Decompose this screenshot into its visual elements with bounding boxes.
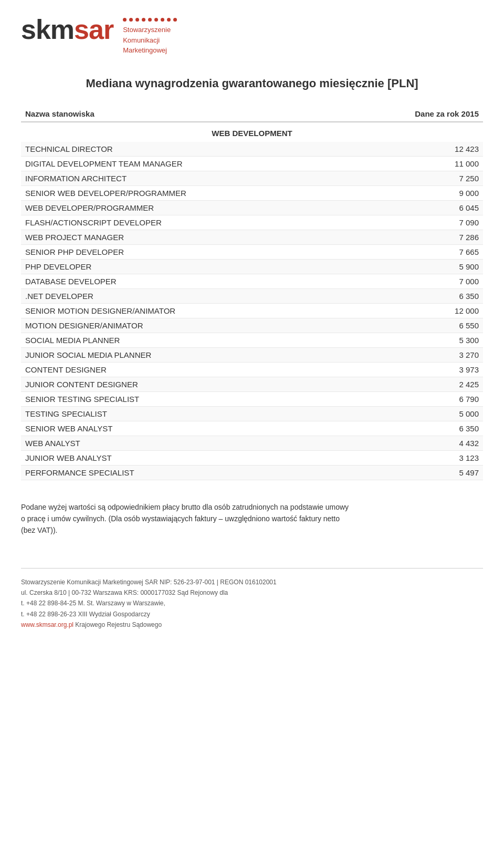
salary-value: 6 350 — [345, 288, 483, 303]
footer-legal-line4: t. +48 22 898-26-23 XIII Wydział Gospoda… — [21, 609, 483, 619]
job-title: DATABASE DEVELOPER — [21, 274, 345, 288]
dot-2 — [129, 18, 133, 22]
dot-5 — [148, 18, 152, 22]
logo-dots — [123, 18, 177, 22]
table-row: SOCIAL MEDIA PLANNER5 300 — [21, 333, 483, 347]
table-row: .NET DEVELOPER6 350 — [21, 288, 483, 303]
main-title: Mediana wynagrodzenia gwarantowanego mie… — [21, 77, 483, 90]
salary-value: 7 665 — [345, 244, 483, 259]
job-title: INFORMATION ARCHITECT — [21, 171, 345, 185]
salary-value: 5 300 — [345, 333, 483, 347]
salary-value: 3 270 — [345, 347, 483, 362]
job-title: FLASH/ACTIONSCRIPT DEVELOPER — [21, 215, 345, 230]
job-title: SENIOR TESTING SPECIALIST — [21, 391, 345, 406]
table-row: SENIOR WEB DEVELOPER/PROGRAMMER9 000 — [21, 185, 483, 200]
dot-7 — [161, 18, 164, 22]
table-row: CONTENT DESIGNER3 973 — [21, 362, 483, 377]
table-row: SENIOR MOTION DESIGNER/ANIMATOR12 000 — [21, 303, 483, 318]
table-row: INFORMATION ARCHITECT7 250 — [21, 171, 483, 185]
salary-value: 6 790 — [345, 391, 483, 406]
salary-value: 3 973 — [345, 362, 483, 377]
job-title: WEB PROJECT MANAGER — [21, 230, 345, 244]
salary-value: 12 000 — [345, 303, 483, 318]
table-row: JUNIOR WEB ANALYST3 123 — [21, 450, 483, 465]
table-row: SENIOR PHP DEVELOPER7 665 — [21, 244, 483, 259]
section-header-web: WEB DEVELOPMENT — [21, 122, 483, 142]
job-title: SOCIAL MEDIA PLANNER — [21, 333, 345, 347]
dot-3 — [135, 18, 139, 22]
footer-legal-line3: t. +48 22 898-84-25 M. St. Warszawy w Wa… — [21, 598, 483, 608]
logo-skm: skm — [21, 14, 74, 45]
dot-1 — [123, 18, 127, 22]
salary-value: 6 350 — [345, 421, 483, 436]
table-row: JUNIOR SOCIAL MEDIA PLANNER3 270 — [21, 347, 483, 362]
job-title: PHP DEVELOPER — [21, 259, 345, 274]
table-row: MOTION DESIGNER/ANIMATOR6 550 — [21, 318, 483, 333]
table-row: DIGITAL DEVELOPMENT TEAM MANAGER11 000 — [21, 156, 483, 171]
dot-8 — [167, 18, 171, 22]
table-row: JUNIOR CONTENT DESIGNER2 425 — [21, 377, 483, 391]
job-title: SENIOR WEB ANALYST — [21, 421, 345, 436]
salary-value: 4 432 — [345, 436, 483, 450]
table-row: WEB PROJECT MANAGER7 286 — [21, 230, 483, 244]
table-row: TESTING SPECIALIST5 000 — [21, 406, 483, 421]
salary-value: 2 425 — [345, 377, 483, 391]
salary-value: 7 000 — [345, 274, 483, 288]
job-title: TESTING SPECIALIST — [21, 406, 345, 421]
logo-tagline: Stowarzyszenie Komunikacji Marketingowej — [123, 25, 177, 56]
table-row: WEB ANALYST4 432 — [21, 436, 483, 450]
logo-sub: Stowarzyszenie Komunikacji Marketingowej — [123, 16, 177, 56]
col-header-data: Dane za rok 2015 — [345, 106, 483, 122]
job-title: JUNIOR CONTENT DESIGNER — [21, 377, 345, 391]
job-title: .NET DEVELOPER — [21, 288, 345, 303]
salary-value: 6 550 — [345, 318, 483, 333]
dot-4 — [142, 18, 145, 22]
salary-value: 7 286 — [345, 230, 483, 244]
salary-value: 12 423 — [345, 142, 483, 157]
salary-value: 7 250 — [345, 171, 483, 185]
salary-table: Nazwa stanowiska Dane za rok 2015 WEB DE… — [21, 106, 483, 480]
table-row: SENIOR TESTING SPECIALIST6 790 — [21, 391, 483, 406]
salary-value: 11 000 — [345, 156, 483, 171]
logo-section: skmsar Stowarzyszenie Komunikacji Market… — [21, 16, 483, 56]
col-header-name: Nazwa stanowiska — [21, 106, 345, 122]
logo-wordmark: skmsar — [21, 16, 113, 43]
table-row: SENIOR WEB ANALYST6 350 — [21, 421, 483, 436]
job-title: MOTION DESIGNER/ANIMATOR — [21, 318, 345, 333]
footer-legal-line5: www.skmsar.org.pl Krajowego Rejestru Sąd… — [21, 619, 483, 630]
job-title: SENIOR MOTION DESIGNER/ANIMATOR — [21, 303, 345, 318]
job-title: CONTENT DESIGNER — [21, 362, 345, 377]
table-row: TECHNICAL DIRECTOR12 423 — [21, 142, 483, 157]
footer-legal-line2: ul. Czerska 8/10 | 00-732 Warszawa KRS: … — [21, 587, 483, 598]
footer-note: Podane wyżej wartości są odpowiednikiem … — [21, 501, 483, 536]
job-title: SENIOR WEB DEVELOPER/PROGRAMMER — [21, 185, 345, 200]
footer-legal: Stowarzyszenie Komunikacji Marketingowej… — [21, 568, 483, 631]
job-title: JUNIOR WEB ANALYST — [21, 450, 345, 465]
dot-6 — [154, 18, 158, 22]
job-title: PERFORMANCE SPECIALIST — [21, 465, 345, 480]
salary-value: 5 497 — [345, 465, 483, 480]
job-title: WEB ANALYST — [21, 436, 345, 450]
footer-legal-line1: Stowarzyszenie Komunikacji Marketingowej… — [21, 577, 483, 587]
job-title: JUNIOR SOCIAL MEDIA PLANNER — [21, 347, 345, 362]
salary-value: 7 090 — [345, 215, 483, 230]
salary-value: 5 900 — [345, 259, 483, 274]
table-row: DATABASE DEVELOPER7 000 — [21, 274, 483, 288]
table-row: FLASH/ACTIONSCRIPT DEVELOPER7 090 — [21, 215, 483, 230]
table-row: PHP DEVELOPER5 900 — [21, 259, 483, 274]
job-title: SENIOR PHP DEVELOPER — [21, 244, 345, 259]
salary-value: 3 123 — [345, 450, 483, 465]
job-title: TECHNICAL DIRECTOR — [21, 142, 345, 157]
salary-value: 9 000 — [345, 185, 483, 200]
logo-sar: sar — [74, 14, 113, 45]
table-row: WEB DEVELOPER/PROGRAMMER6 045 — [21, 200, 483, 215]
job-title: WEB DEVELOPER/PROGRAMMER — [21, 200, 345, 215]
job-title: DIGITAL DEVELOPMENT TEAM MANAGER — [21, 156, 345, 171]
table-row: PERFORMANCE SPECIALIST5 497 — [21, 465, 483, 480]
salary-value: 6 045 — [345, 200, 483, 215]
salary-value: 5 000 — [345, 406, 483, 421]
footer-legal-link[interactable]: www.skmsar.org.pl — [21, 621, 74, 628]
dot-9 — [173, 18, 177, 22]
